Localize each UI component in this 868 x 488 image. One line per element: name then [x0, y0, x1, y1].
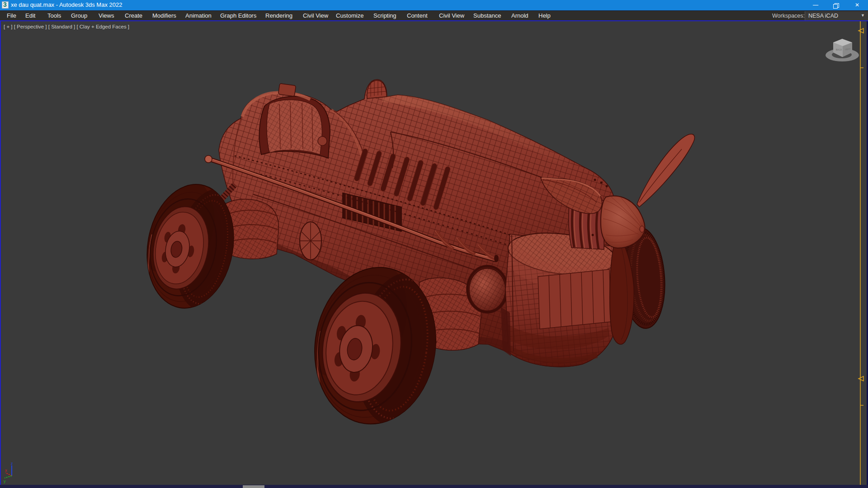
svg-text:z: z — [11, 461, 13, 466]
svg-text:x: x — [5, 468, 7, 473]
svg-text:LEFT: LEFT — [845, 48, 850, 51]
svg-text:BACK: BACK — [836, 48, 842, 51]
svg-text:y: y — [4, 479, 6, 483]
